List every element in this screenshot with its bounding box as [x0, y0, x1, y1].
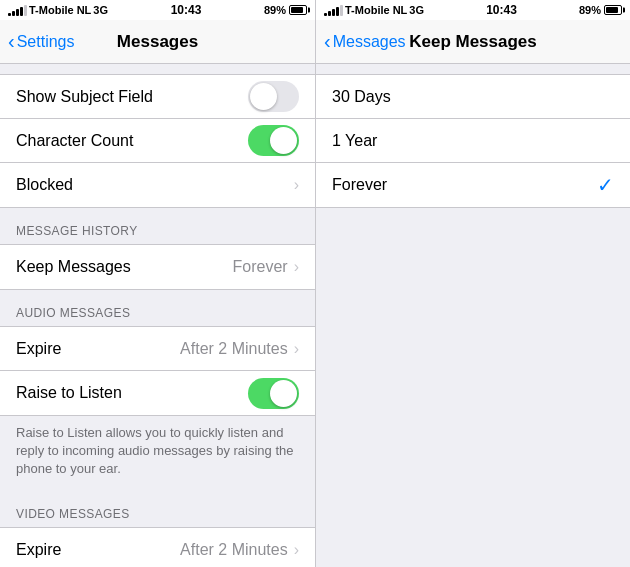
- left-carrier-signal: T-Mobile NL 3G: [8, 4, 108, 16]
- signal-bar-4: [20, 7, 23, 16]
- right-signal-bar-4: [336, 7, 339, 16]
- video-expire-chevron-icon: ›: [294, 541, 299, 559]
- character-count-row[interactable]: Character Count: [0, 119, 315, 163]
- right-signal-bar-1: [324, 13, 327, 16]
- audio-messages-header: AUDIO MESSAGES: [0, 290, 315, 326]
- right-signal-bar-2: [328, 11, 331, 16]
- right-nav-bar: ‹ Messages Keep Messages: [316, 20, 630, 64]
- left-panel: T-Mobile NL 3G 10:43 89% ‹ Settings Mess…: [0, 0, 315, 567]
- keep-messages-row[interactable]: Keep Messages Forever ›: [0, 245, 315, 289]
- right-signal-dots: [324, 5, 343, 16]
- raise-listen-row[interactable]: Raise to Listen: [0, 371, 315, 415]
- left-carrier-label: T-Mobile NL: [29, 4, 91, 16]
- video-messages-group: Expire After 2 Minutes ›: [0, 527, 315, 567]
- keep-messages-group: Keep Messages Forever ›: [0, 244, 315, 290]
- left-battery-icon: [289, 5, 307, 15]
- signal-bar-2: [12, 11, 15, 16]
- raise-listen-label: Raise to Listen: [16, 384, 122, 402]
- right-network-label: 3G: [409, 4, 424, 16]
- list-item-30days[interactable]: 30 Days: [316, 75, 630, 119]
- character-count-toggle[interactable]: [248, 125, 299, 156]
- list-item-1year[interactable]: 1 Year: [316, 119, 630, 163]
- raise-description: Raise to Listen allows you to quickly li…: [0, 416, 315, 491]
- expire-chevron-icon: ›: [294, 340, 299, 358]
- signal-bar-5: [24, 5, 27, 16]
- right-signal-bar-5: [340, 5, 343, 16]
- video-expire-label: Expire: [16, 541, 61, 559]
- left-back-button[interactable]: ‹ Settings: [8, 32, 74, 51]
- left-battery: 89%: [264, 4, 307, 16]
- forever-checkmark-icon: ✓: [597, 173, 614, 197]
- list-item-forever-label: Forever: [332, 176, 387, 194]
- blocked-chevron-icon: ›: [294, 176, 299, 194]
- show-subject-knob: [250, 83, 277, 110]
- show-subject-row[interactable]: Show Subject Field: [0, 75, 315, 119]
- signal-dots: [8, 5, 27, 16]
- keep-messages-label: Keep Messages: [16, 258, 131, 276]
- right-signal-bar-3: [332, 9, 335, 16]
- list-item-forever[interactable]: Forever ✓: [316, 163, 630, 207]
- expire-right: After 2 Minutes ›: [180, 340, 299, 358]
- right-status-bar: T-Mobile NL 3G 10:43 89%: [316, 0, 630, 20]
- expire-row[interactable]: Expire After 2 Minutes ›: [0, 327, 315, 371]
- right-time: 10:43: [486, 3, 517, 17]
- right-nav-title: Keep Messages: [409, 32, 537, 52]
- right-battery-icon: [604, 5, 622, 15]
- right-battery-fill: [606, 7, 618, 13]
- right-battery: 89%: [579, 4, 622, 16]
- right-carrier-signal: T-Mobile NL 3G: [324, 4, 424, 16]
- left-spacer-top: [0, 64, 315, 74]
- list-item-30days-label: 30 Days: [332, 88, 391, 106]
- expire-value: After 2 Minutes: [180, 340, 288, 358]
- video-messages-header: VIDEO MESSAGES: [0, 491, 315, 527]
- right-back-button[interactable]: ‹ Messages: [324, 32, 406, 51]
- audio-messages-group: Expire After 2 Minutes › Raise to Listen: [0, 326, 315, 416]
- blocked-right: ›: [294, 176, 299, 194]
- raise-listen-toggle[interactable]: [248, 378, 299, 409]
- left-back-chevron-icon: ‹: [8, 31, 15, 51]
- left-back-label: Settings: [17, 33, 75, 51]
- left-network-label: 3G: [93, 4, 108, 16]
- keep-messages-chevron-icon: ›: [294, 258, 299, 276]
- expire-label: Expire: [16, 340, 61, 358]
- video-expire-value: After 2 Minutes: [180, 541, 288, 559]
- character-count-knob: [270, 127, 297, 154]
- keep-messages-right: Forever ›: [233, 258, 299, 276]
- signal-bar-3: [16, 9, 19, 16]
- blocked-row[interactable]: Blocked ›: [0, 163, 315, 207]
- right-panel: T-Mobile NL 3G 10:43 89% ‹ Messages Keep…: [315, 0, 630, 567]
- right-battery-percent: 89%: [579, 4, 601, 16]
- right-back-chevron-icon: ‹: [324, 31, 331, 51]
- list-item-1year-label: 1 Year: [332, 132, 377, 150]
- left-nav-title: Messages: [117, 32, 198, 52]
- keep-messages-value: Forever: [233, 258, 288, 276]
- right-back-label: Messages: [333, 33, 406, 51]
- signal-bar-1: [8, 13, 11, 16]
- show-subject-toggle[interactable]: [248, 81, 299, 112]
- character-count-label: Character Count: [16, 132, 133, 150]
- show-subject-label: Show Subject Field: [16, 88, 153, 106]
- right-spacer-top: [316, 64, 630, 74]
- raise-listen-knob: [270, 380, 297, 407]
- video-expire-row[interactable]: Expire After 2 Minutes ›: [0, 528, 315, 567]
- left-time: 10:43: [171, 3, 202, 17]
- right-carrier-label: T-Mobile NL: [345, 4, 407, 16]
- video-expire-right: After 2 Minutes ›: [180, 541, 299, 559]
- message-history-header: MESSAGE HISTORY: [0, 208, 315, 244]
- left-battery-fill: [291, 7, 303, 13]
- keep-messages-list: 30 Days 1 Year Forever ✓: [316, 74, 630, 208]
- left-status-bar: T-Mobile NL 3G 10:43 89%: [0, 0, 315, 20]
- left-battery-percent: 89%: [264, 4, 286, 16]
- left-nav-bar: ‹ Settings Messages: [0, 20, 315, 64]
- blocked-label: Blocked: [16, 176, 73, 194]
- left-top-group: Show Subject Field Character Count Block…: [0, 74, 315, 208]
